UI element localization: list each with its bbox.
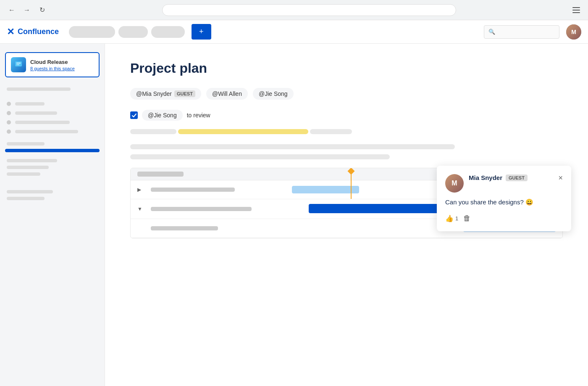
sidebar: Cloud Release 8 guests in this space [0, 44, 105, 386]
sidebar-skeleton-4 [7, 166, 49, 169]
content-row-1a [130, 129, 176, 134]
sidebar-row-1 [7, 102, 98, 106]
mention-name-2: @Will Allen [212, 90, 242, 97]
sidebar-row-4 [7, 130, 98, 134]
browser-chrome: ← → ↻ [0, 0, 588, 20]
content-row-1c [310, 129, 352, 134]
gantt-label-1 [151, 188, 235, 192]
content-row-1b-highlighted [178, 129, 308, 134]
forward-button[interactable]: → [22, 5, 32, 15]
confluence-logo[interactable]: ✕ Confluence [7, 26, 59, 37]
avatar-image: M [566, 24, 581, 40]
space-name: Cloud Release [30, 59, 94, 65]
comment-header-wrapper: M Mia Snyder GUEST × [445, 174, 563, 193]
task-assignee-name: @Jie Song [148, 112, 177, 119]
page-title: Project plan [130, 61, 563, 76]
sidebar-section-2 [0, 98, 105, 142]
task-assignee[interactable]: @Jie Song [142, 110, 183, 121]
user-avatar[interactable]: M [566, 24, 581, 40]
url-bar[interactable] [162, 4, 456, 16]
gantt-marker [351, 172, 352, 199]
sidebar-row-2 [7, 111, 98, 115]
sidebar-dot-2 [7, 111, 11, 115]
sidebar-dot-1 [7, 102, 11, 106]
mention-will-allen[interactable]: @Will Allen [206, 88, 248, 100]
sidebar-skeleton-2 [7, 142, 45, 145]
like-button[interactable]: 👍 1 [445, 214, 458, 222]
gantt-label-3 [151, 226, 218, 230]
sidebar-line-1 [15, 102, 45, 106]
sidebar-skeleton-group [0, 142, 105, 145]
sidebar-line-4 [15, 130, 78, 133]
content-row-3 [130, 154, 390, 159]
sidebar-skeleton-5 [7, 172, 40, 176]
sidebar-active-item[interactable] [5, 149, 100, 152]
create-plus-icon: + [199, 27, 204, 36]
back-button[interactable]: ← [7, 5, 17, 15]
space-icon [11, 57, 26, 72]
browser-menu-button[interactable] [571, 5, 581, 15]
sidebar-section-4 [0, 190, 105, 200]
content-row-2 [130, 144, 455, 149]
confluence-logo-icon: ✕ [7, 26, 14, 37]
nav-pill-2[interactable] [118, 26, 148, 38]
nav-pill-1[interactable] [69, 26, 115, 38]
task-row: @Jie Song to review [130, 110, 563, 121]
thumbs-up-icon: 👍 [445, 214, 454, 222]
search-icon: 🔍 [488, 29, 495, 35]
sidebar-skeleton-7 [7, 197, 45, 200]
expand-icon-1[interactable]: ▶ [137, 187, 144, 193]
gantt-bar-1 [292, 186, 359, 193]
sidebar-skeleton-1 [7, 87, 71, 91]
main-content: Project plan @Mia Snyder GUEST @Will All… [105, 44, 588, 386]
resolve-icon: 🗑 [463, 214, 471, 222]
space-card[interactable]: Cloud Release 8 guests in this space [5, 52, 100, 77]
mention-jie-song[interactable]: @Jie Song [253, 88, 294, 100]
comment-actions: 👍 1 🗑 [445, 214, 563, 223]
gantt-header-label-1 [137, 172, 184, 177]
comment-avatar: M [445, 174, 464, 193]
sidebar-skeleton-6 [7, 190, 53, 193]
comment-author-name: Mia Snyder [469, 174, 502, 181]
sidebar-line-2 [15, 111, 57, 115]
sidebar-dot-3 [7, 120, 11, 124]
guest-badge-1: GUEST [174, 90, 195, 97]
comment-popup: M Mia Snyder GUEST × Can you share the d… [437, 166, 571, 231]
sidebar-skeleton-3 [7, 159, 57, 162]
sidebar-line-3 [15, 121, 70, 124]
content-rows [130, 129, 563, 159]
search-bar[interactable]: 🔍 [484, 25, 559, 39]
comment-guest-badge: GUEST [506, 174, 528, 181]
app-header: ✕ Confluence + 🔍 M [0, 20, 588, 44]
task-checkbox[interactable] [130, 111, 138, 119]
comment-text: Can you share the designs? 😀 [445, 198, 563, 207]
mention-name-3: @Jie Song [259, 90, 288, 97]
gantt-label-2 [151, 207, 252, 211]
svg-rect-1 [16, 63, 21, 63]
main-layout: Cloud Release 8 guests in this space [0, 44, 588, 386]
expand-icon-2[interactable]: ▼ [137, 206, 144, 212]
comment-author-section: Mia Snyder GUEST [469, 174, 553, 181]
svg-rect-0 [15, 61, 22, 66]
sidebar-dot-4 [7, 130, 11, 134]
mentions-row: @Mia Snyder GUEST @Will Allen @Jie Song [130, 88, 563, 100]
create-button[interactable]: + [192, 24, 211, 40]
resolve-button[interactable]: 🗑 [463, 214, 471, 223]
nav-pill-3[interactable] [151, 26, 185, 38]
content-row-highlighted-wrapper [130, 129, 563, 139]
sidebar-section-3 [0, 156, 105, 183]
confluence-logo-text: Confluence [18, 27, 59, 36]
task-description: to review [187, 112, 210, 119]
header-nav [69, 26, 185, 38]
like-count: 1 [455, 215, 458, 222]
mention-mia-snyder[interactable]: @Mia Snyder GUEST [130, 88, 201, 100]
space-guests-link[interactable]: 8 guests in this space [30, 66, 94, 71]
refresh-button[interactable]: ↻ [37, 5, 47, 15]
svg-rect-2 [16, 64, 19, 65]
sidebar-row-3 [7, 120, 98, 124]
sidebar-section-1 [0, 84, 105, 98]
comment-author-info: Mia Snyder GUEST [469, 174, 553, 181]
mention-name-1: @Mia Snyder [136, 90, 172, 97]
comment-close-button[interactable]: × [558, 174, 563, 182]
space-info: Cloud Release 8 guests in this space [30, 59, 94, 71]
